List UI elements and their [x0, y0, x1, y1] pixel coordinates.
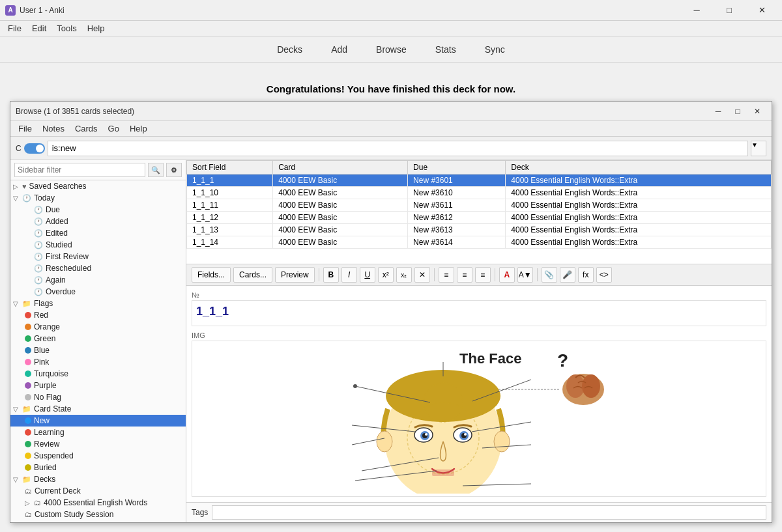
sidebar-item-blue[interactable]: Blue — [10, 344, 186, 356]
sidebar-item-due[interactable]: 🕐 Due — [10, 204, 186, 216]
sidebar-item-card-state[interactable]: ▽ 📁 Card State — [10, 403, 186, 415]
browse-menu-go[interactable]: Go — [103, 122, 124, 135]
svg-point-19 — [494, 431, 510, 452]
nav-add[interactable]: Add — [323, 42, 355, 57]
nav-stats[interactable]: Stats — [427, 42, 464, 57]
sidebar-tree: ▷ ♥ Saved Searches ▽ 🕐 Today 🕐 Due — [10, 180, 186, 519]
sidebar-item-new[interactable]: New — [10, 415, 186, 427]
bold-button[interactable]: B — [323, 267, 339, 283]
table-row[interactable]: 1_1_1 4000 EEW Basic New #3601 4000 Esse… — [187, 175, 772, 187]
superscript-button[interactable]: x² — [378, 267, 394, 283]
nav-sync[interactable]: Sync — [477, 42, 513, 57]
maximize-button[interactable]: □ — [714, 0, 744, 21]
sidebar-item-suspended[interactable]: Suspended — [10, 450, 186, 462]
sidebar-item-overdue[interactable]: 🕐 Overdue — [10, 286, 186, 298]
sidebar: 🔍 ⚙ ▷ ♥ Saved Searches ▽ 🕐 Today — [10, 160, 186, 522]
sidebar-item-rescheduled[interactable]: 🕐 Rescheduled — [10, 262, 186, 274]
table-scroll[interactable]: Sort Field Card Due Deck 1_1_1 4000 EEW … — [186, 160, 772, 249]
browse-minimize[interactable]: ─ — [709, 104, 727, 119]
svg-point-15 — [425, 433, 427, 436]
card-table: Sort Field Card Due Deck 1_1_1 4000 EEW … — [186, 160, 772, 249]
table-row[interactable]: 1_1_11 4000 EEW Basic New #3611 4000 Ess… — [187, 199, 772, 212]
toolbar-separator-2 — [434, 268, 435, 281]
sidebar-item-current-deck[interactable]: 🗂 Current Deck — [10, 485, 186, 497]
nav-decks[interactable]: Decks — [269, 42, 310, 57]
search-dropdown[interactable]: ▼ — [751, 141, 766, 156]
close-button[interactable]: ✕ — [747, 0, 777, 21]
indent-button[interactable]: ≡ — [475, 267, 491, 283]
col-card[interactable]: Card — [273, 161, 408, 175]
font-color-button[interactable]: A — [499, 267, 515, 283]
menu-edit[interactable]: Edit — [27, 22, 51, 35]
sidebar-item-custom-study[interactable]: 🗂 Custom Study Session — [10, 509, 186, 519]
search-toggle[interactable] — [24, 143, 45, 154]
unordered-list-button[interactable]: ≡ — [439, 267, 454, 283]
search-input[interactable] — [48, 141, 748, 156]
browse-menu-cards[interactable]: Cards — [70, 122, 103, 135]
minimize-button[interactable]: ─ — [682, 0, 712, 21]
menu-file[interactable]: File — [3, 22, 27, 35]
menu-help[interactable]: Help — [82, 22, 110, 35]
sidebar-item-flags[interactable]: ▽ 📁 Flags — [10, 298, 186, 309]
sidebar-item-decks[interactable]: ▽ 📁 Decks — [10, 473, 186, 485]
sidebar-item-green[interactable]: Green — [10, 333, 186, 344]
italic-button[interactable]: I — [341, 267, 357, 283]
browse-menu: File Notes Cards Go Help — [10, 121, 772, 137]
ordered-list-button[interactable]: ≡ — [457, 267, 472, 283]
nav-bar: Decks Add Browse Stats Sync — [0, 36, 782, 63]
sidebar-item-purple[interactable]: Purple — [10, 380, 186, 391]
browse-window: Browse (1 of 3851 cards selected) ─ □ ✕ … — [10, 101, 772, 523]
browse-maximize[interactable]: □ — [729, 104, 747, 119]
table-row[interactable]: 1_1_10 4000 EEW Basic New #3610 4000 Ess… — [187, 187, 772, 199]
col-deck[interactable]: Deck — [506, 161, 772, 175]
img-field-label: IMG — [192, 331, 766, 339]
subscript-button[interactable]: x₂ — [396, 267, 412, 283]
sidebar-item-no-flag[interactable]: No Flag — [10, 391, 186, 403]
nav-browse[interactable]: Browse — [368, 42, 414, 57]
editor-content: № 1_1_1 IMG The Face ? — [186, 286, 772, 502]
tags-input[interactable] — [212, 505, 766, 520]
math-button[interactable]: fx — [578, 267, 594, 283]
sidebar-item-orange[interactable]: Orange — [10, 321, 186, 333]
underline-button[interactable]: U — [360, 267, 375, 283]
sidebar-filter-input[interactable] — [14, 163, 145, 177]
table-row[interactable]: 1_1_13 4000 EEW Basic New #3613 4000 Ess… — [187, 224, 772, 236]
sidebar-config-button[interactable]: ⚙ — [166, 163, 182, 177]
cards-button[interactable]: Cards... — [233, 267, 272, 283]
browse-menu-help[interactable]: Help — [124, 122, 152, 135]
sidebar-search-button[interactable]: 🔍 — [148, 163, 164, 177]
col-sort-field[interactable]: Sort Field — [187, 161, 273, 175]
sidebar-item-4000eew[interactable]: ▷ 🗂 4000 Essential English Words — [10, 497, 186, 509]
table-row[interactable]: 1_1_14 4000 EEW Basic New #3614 4000 Ess… — [187, 236, 772, 249]
browse-title-bar: Browse (1 of 3851 cards selected) ─ □ ✕ — [10, 102, 772, 121]
sidebar-item-pink[interactable]: Pink — [10, 356, 186, 368]
highlight-button[interactable]: A▼ — [517, 267, 533, 283]
record-button[interactable]: 🎤 — [560, 267, 575, 283]
col-due[interactable]: Due — [408, 161, 506, 175]
browse-menu-file[interactable]: File — [13, 122, 37, 135]
menu-tools[interactable]: Tools — [51, 22, 81, 35]
html-button[interactable]: <> — [596, 267, 612, 283]
table-row[interactable]: 1_1_12 4000 EEW Basic New #3612 4000 Ess… — [187, 212, 772, 224]
clear-format-button[interactable]: ✕ — [414, 267, 430, 283]
preview-button[interactable]: Preview — [275, 267, 315, 283]
sidebar-item-buried[interactable]: Buried — [10, 462, 186, 473]
sidebar-item-review[interactable]: Review — [10, 438, 186, 450]
sidebar-item-studied[interactable]: 🕐 Studied — [10, 239, 186, 251]
fields-button[interactable]: Fields... — [192, 267, 231, 283]
sidebar-item-first-review[interactable]: 🕐 First Review — [10, 251, 186, 262]
no-field-value[interactable]: 1_1_1 — [192, 300, 766, 326]
browse-menu-notes[interactable]: Notes — [37, 122, 70, 135]
attach-button[interactable]: 📎 — [542, 267, 557, 283]
sidebar-item-again[interactable]: 🕐 Again — [10, 274, 186, 286]
sidebar-item-red[interactable]: Red — [10, 309, 186, 321]
sidebar-item-saved-searches[interactable]: ▷ ♥ Saved Searches — [10, 180, 186, 192]
browse-close[interactable]: ✕ — [748, 104, 766, 119]
sidebar-item-turquoise[interactable]: Turquoise — [10, 368, 186, 380]
svg-text:The Face: The Face — [459, 350, 521, 367]
sidebar-item-learning[interactable]: Learning — [10, 427, 186, 438]
sidebar-item-added[interactable]: 🕐 Added — [10, 216, 186, 227]
sidebar-item-today[interactable]: ▽ 🕐 Today — [10, 192, 186, 204]
no-field-label: № — [192, 291, 766, 299]
sidebar-item-edited[interactable]: 🕐 Edited — [10, 227, 186, 239]
